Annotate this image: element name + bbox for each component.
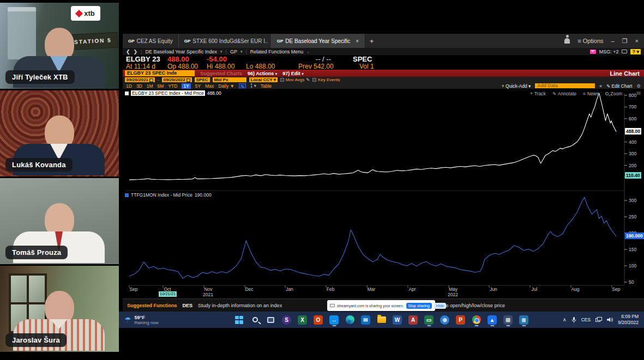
tab-stxe-600[interactable]: GP STXE 600 InduGd&Ser EUR I.. <box>179 34 272 48</box>
suggested-functions-label: Suggested Functions <box>127 303 177 308</box>
new-tab-button[interactable]: + <box>364 34 380 48</box>
chevron-down-icon[interactable]: ⌄ <box>306 50 310 54</box>
date-to-input[interactable]: 09/20/2022▦ <box>162 77 192 82</box>
price-field[interactable]: Mid Px <box>213 77 246 82</box>
tab-de-baseload[interactable]: GP DE Baseload Year Specific × <box>272 34 364 48</box>
taskbar-screen-share-icon[interactable]: ▭ <box>424 314 435 326</box>
gear-icon[interactable]: ⚙ <box>636 83 641 89</box>
xtb-logo: xtb <box>71 6 100 21</box>
taskbar-start-icon[interactable] <box>234 314 245 326</box>
series-swatch <box>125 193 129 197</box>
minimize-button[interactable]: – <box>611 38 615 44</box>
chevron-down-icon[interactable]: ▾ <box>220 50 222 54</box>
chevron-down-icon[interactable]: ▾ <box>240 50 243 54</box>
suggested-charts-button[interactable]: Suggested Charts <box>200 71 242 76</box>
taskbar-photos-icon[interactable]: ▲ <box>487 314 498 326</box>
period-5y[interactable]: 5Y <box>195 83 201 89</box>
frequency-dropdown[interactable]: Daily ▼ <box>218 83 234 89</box>
taskbar-office-icon[interactable]: O <box>313 314 324 326</box>
stop-sharing-button[interactable]: Stop sharing <box>406 303 432 309</box>
checkbox-icon <box>312 78 316 82</box>
taskbar-word-icon[interactable]: W <box>392 314 403 326</box>
keyboard-language[interactable]: CES <box>581 317 591 322</box>
tab-prefix: GP <box>184 39 191 44</box>
screen-code[interactable]: GP <box>230 49 237 54</box>
message-icon[interactable] <box>590 50 596 54</box>
taskbar-task-view-icon[interactable] <box>266 314 276 326</box>
related-functions-menu[interactable]: Related Functions Menu <box>250 49 304 54</box>
rain-icon: ☂ <box>124 315 131 324</box>
period-1y[interactable]: 1Y <box>182 83 190 89</box>
taskbar-notepad-icon[interactable]: ≣ <box>519 314 529 326</box>
date-from-input[interactable]: 09/20/2021▦ <box>125 77 155 82</box>
maximize-button[interactable]: ❐ <box>622 38 628 45</box>
tray-chevron-icon[interactable]: ∧ <box>563 317 567 322</box>
tab-cez-as-equity[interactable]: GP CEZ AS Equity <box>123 34 179 48</box>
taskbar-globe-icon[interactable]: ⊕ <box>440 314 450 326</box>
annotate-button[interactable]: ✎ Annotate <box>552 90 576 96</box>
taskbar-edge-icon[interactable] <box>345 314 356 326</box>
plot-tools: ⌖ Track ✎ Annotate ≡ News Zoom <box>530 90 622 96</box>
series-legend-bottom[interactable]: TTFG1MON Index - Mid Price 190.000 <box>125 192 212 198</box>
speaker-icon[interactable] <box>607 317 613 322</box>
taskbar-teamviewer-icon[interactable]: ↔ <box>329 314 340 326</box>
line-chart-icon[interactable]: ∿ <box>239 83 246 88</box>
news-button[interactable]: ≡ News <box>583 90 599 96</box>
msg-count[interactable]: MSG: +2 <box>599 49 619 54</box>
command-bar: ELGBY 23 SPEC Inde Suggested Charts 96) … <box>123 70 644 77</box>
taskbar-powerpoint-icon[interactable]: P <box>455 314 466 326</box>
taskbar-streamyard-icon[interactable]: S <box>281 314 292 326</box>
panel-menu-icon[interactable]: ▤ <box>636 90 641 95</box>
spec-field[interactable]: SPEC <box>195 77 210 82</box>
table-button[interactable]: Table <box>261 83 272 89</box>
options-button[interactable]: ≡ Options <box>577 38 603 44</box>
actions-menu[interactable]: 96) Actions ▾ <box>248 71 277 76</box>
function-code[interactable]: DES <box>183 303 193 308</box>
x-tick-label: Jun <box>490 286 497 292</box>
quick-add-button[interactable]: + Quick-Add ▾ <box>502 83 531 89</box>
help-button[interactable]: ? ▾ <box>630 49 641 54</box>
collapse-icon[interactable]: « <box>599 83 602 89</box>
suggested-functions-bar: Suggested Functions DES Study in-depth i… <box>123 298 644 312</box>
forward-icon[interactable]: ❯ <box>134 49 138 54</box>
x-tick-label: Sep <box>129 286 137 292</box>
taskbar-chrome-icon[interactable] <box>471 314 482 326</box>
period-1d[interactable]: 1D <box>126 83 132 89</box>
taskbar-excel-icon[interactable]: X <box>297 314 308 326</box>
weather-widget[interactable]: ☂ 59°F Raining now <box>119 315 164 325</box>
tab-close-icon[interactable]: × <box>356 38 359 44</box>
user-icon[interactable] <box>564 38 570 44</box>
security-input[interactable]: ELGBY 23 SPEC Inde <box>125 70 195 76</box>
taskbar-clock[interactable]: 6:09 PM 9/20/2022 <box>618 314 639 325</box>
add-data-input[interactable]: Add Data <box>535 83 595 88</box>
period-ytd[interactable]: YTD <box>168 83 177 89</box>
period-max[interactable]: Max <box>205 83 214 89</box>
key-events-checkbox[interactable]: Key Events <box>312 77 340 82</box>
close-button[interactable]: × <box>635 38 639 44</box>
zoom-button[interactable]: Zoom <box>605 90 622 96</box>
period-6m[interactable]: 6M <box>158 83 164 89</box>
mov-avgs-checkbox[interactable]: Mov Avgs✎ <box>280 77 310 82</box>
period-1m[interactable]: 1M <box>147 83 153 89</box>
track-button[interactable]: ⌖ Track <box>530 90 546 96</box>
back-icon[interactable]: ❮ <box>126 49 130 54</box>
edit-menu[interactable]: 97) Edit ▾ <box>282 71 304 76</box>
taskbar-access-icon[interactable]: A <box>408 314 419 326</box>
screens-icon[interactable] <box>595 317 602 322</box>
taskbar-mail-icon[interactable]: ✉ <box>360 314 371 326</box>
taskbar-calculator-icon[interactable]: ⊞ <box>503 314 514 326</box>
security-breadcrumb[interactable]: DE Baseload Year Specific Index <box>145 49 217 54</box>
y-tick-label: 300 <box>629 151 636 156</box>
series-legend-top[interactable]: ELGBY 23 SPEC Index - Mid Price 488.00 <box>125 90 221 96</box>
edit-chart-button[interactable]: ✎ Edit Chart <box>606 83 632 89</box>
currency-field[interactable]: Local CCY ▾ <box>249 77 278 82</box>
candle-chart-icon[interactable]: ╏ ▾ <box>250 83 256 88</box>
microphone-icon[interactable] <box>571 317 576 323</box>
taskbar-file-explorer-icon[interactable] <box>376 314 387 326</box>
hide-button[interactable]: Hide <box>434 303 446 309</box>
shared-screen: GP CEZ AS Equity GP STXE 600 InduGd&Ser … <box>119 0 644 360</box>
monitor-icon[interactable] <box>622 50 627 53</box>
chart-area[interactable]: ELGBY 23 SPEC Index - Mid Price 488.00 ⌖… <box>123 89 644 298</box>
taskbar-search-icon[interactable] <box>250 314 261 326</box>
period-3d[interactable]: 3D <box>136 83 142 89</box>
